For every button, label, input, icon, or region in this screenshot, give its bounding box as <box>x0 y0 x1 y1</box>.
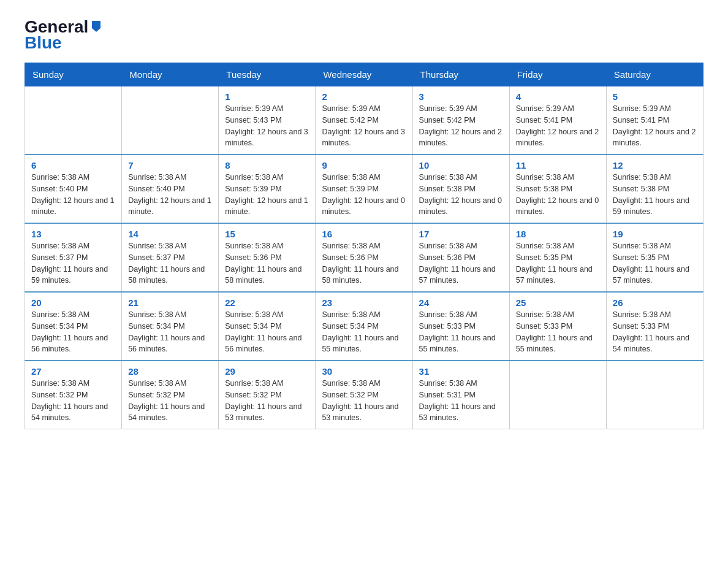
calendar-cell: 19Sunrise: 5:38 AM Sunset: 5:35 PM Dayli… <box>606 223 703 292</box>
calendar-week-row: 1Sunrise: 5:39 AM Sunset: 5:43 PM Daylig… <box>25 86 703 155</box>
calendar-cell: 14Sunrise: 5:38 AM Sunset: 5:37 PM Dayli… <box>122 223 219 292</box>
calendar-cell: 1Sunrise: 5:39 AM Sunset: 5:43 PM Daylig… <box>219 86 316 155</box>
day-number: 28 <box>128 366 212 377</box>
day-info: Sunrise: 5:39 AM Sunset: 5:43 PM Dayligh… <box>225 103 309 149</box>
calendar-week-row: 13Sunrise: 5:38 AM Sunset: 5:37 PM Dayli… <box>25 223 703 292</box>
day-number: 23 <box>322 297 406 308</box>
day-number: 8 <box>225 160 309 170</box>
day-info: Sunrise: 5:38 AM Sunset: 5:35 PM Dayligh… <box>613 240 697 286</box>
weekday-header-friday: Friday <box>509 63 606 86</box>
day-info: Sunrise: 5:39 AM Sunset: 5:41 PM Dayligh… <box>613 103 697 149</box>
day-info: Sunrise: 5:38 AM Sunset: 5:36 PM Dayligh… <box>225 240 309 286</box>
calendar-cell: 12Sunrise: 5:38 AM Sunset: 5:38 PM Dayli… <box>606 155 703 223</box>
calendar-cell: 26Sunrise: 5:38 AM Sunset: 5:33 PM Dayli… <box>606 292 703 361</box>
calendar-cell <box>509 361 606 429</box>
logo: General Blue <box>25 18 103 53</box>
day-number: 9 <box>322 160 406 170</box>
day-number: 15 <box>225 229 309 239</box>
calendar-cell: 2Sunrise: 5:39 AM Sunset: 5:42 PM Daylig… <box>316 86 412 155</box>
calendar-cell: 9Sunrise: 5:38 AM Sunset: 5:39 PM Daylig… <box>316 155 412 223</box>
day-number: 31 <box>419 366 503 377</box>
day-info: Sunrise: 5:39 AM Sunset: 5:42 PM Dayligh… <box>322 103 406 149</box>
day-number: 21 <box>128 297 212 308</box>
calendar-cell <box>25 86 122 155</box>
day-number: 29 <box>225 366 309 377</box>
calendar-table: SundayMondayTuesdayWednesdayThursdayFrid… <box>25 63 703 429</box>
weekday-header-tuesday: Tuesday <box>219 63 316 86</box>
calendar-cell: 21Sunrise: 5:38 AM Sunset: 5:34 PM Dayli… <box>122 292 219 361</box>
calendar-cell: 5Sunrise: 5:39 AM Sunset: 5:41 PM Daylig… <box>606 86 703 155</box>
calendar-cell: 29Sunrise: 5:38 AM Sunset: 5:32 PM Dayli… <box>219 361 316 429</box>
day-info: Sunrise: 5:38 AM Sunset: 5:40 PM Dayligh… <box>31 172 115 218</box>
day-info: Sunrise: 5:39 AM Sunset: 5:41 PM Dayligh… <box>516 103 600 149</box>
day-info: Sunrise: 5:38 AM Sunset: 5:33 PM Dayligh… <box>516 309 600 355</box>
logo-arrow-icon <box>89 20 103 33</box>
calendar-cell: 27Sunrise: 5:38 AM Sunset: 5:32 PM Dayli… <box>25 361 122 429</box>
calendar-cell: 25Sunrise: 5:38 AM Sunset: 5:33 PM Dayli… <box>509 292 606 361</box>
day-number: 6 <box>31 160 115 170</box>
calendar-week-row: 6Sunrise: 5:38 AM Sunset: 5:40 PM Daylig… <box>25 155 703 223</box>
weekday-header-row: SundayMondayTuesdayWednesdayThursdayFrid… <box>25 63 703 86</box>
day-info: Sunrise: 5:38 AM Sunset: 5:38 PM Dayligh… <box>419 172 503 218</box>
day-info: Sunrise: 5:38 AM Sunset: 5:34 PM Dayligh… <box>128 309 212 355</box>
day-info: Sunrise: 5:38 AM Sunset: 5:40 PM Dayligh… <box>128 172 212 218</box>
day-info: Sunrise: 5:38 AM Sunset: 5:36 PM Dayligh… <box>322 240 406 286</box>
day-number: 18 <box>516 229 600 239</box>
calendar-cell: 24Sunrise: 5:38 AM Sunset: 5:33 PM Dayli… <box>412 292 509 361</box>
calendar-cell: 3Sunrise: 5:39 AM Sunset: 5:42 PM Daylig… <box>412 86 509 155</box>
day-number: 27 <box>31 366 115 377</box>
day-info: Sunrise: 5:38 AM Sunset: 5:35 PM Dayligh… <box>516 240 600 286</box>
day-number: 5 <box>613 91 697 102</box>
day-number: 10 <box>419 160 503 170</box>
day-number: 16 <box>322 229 406 239</box>
day-number: 26 <box>613 297 697 308</box>
calendar-cell: 10Sunrise: 5:38 AM Sunset: 5:38 PM Dayli… <box>412 155 509 223</box>
day-number: 24 <box>419 297 503 308</box>
day-info: Sunrise: 5:38 AM Sunset: 5:34 PM Dayligh… <box>322 309 406 355</box>
day-number: 25 <box>516 297 600 308</box>
day-info: Sunrise: 5:38 AM Sunset: 5:37 PM Dayligh… <box>31 240 115 286</box>
day-number: 30 <box>322 366 406 377</box>
calendar-cell: 16Sunrise: 5:38 AM Sunset: 5:36 PM Dayli… <box>316 223 412 292</box>
day-number: 19 <box>613 229 697 239</box>
day-info: Sunrise: 5:38 AM Sunset: 5:31 PM Dayligh… <box>419 378 503 424</box>
calendar-cell: 7Sunrise: 5:38 AM Sunset: 5:40 PM Daylig… <box>122 155 219 223</box>
weekday-header-wednesday: Wednesday <box>316 63 412 86</box>
day-info: Sunrise: 5:38 AM Sunset: 5:38 PM Dayligh… <box>613 172 697 218</box>
day-info: Sunrise: 5:38 AM Sunset: 5:32 PM Dayligh… <box>31 378 115 424</box>
weekday-header-thursday: Thursday <box>412 63 509 86</box>
day-info: Sunrise: 5:38 AM Sunset: 5:33 PM Dayligh… <box>419 309 503 355</box>
day-info: Sunrise: 5:38 AM Sunset: 5:32 PM Dayligh… <box>225 378 309 424</box>
day-info: Sunrise: 5:38 AM Sunset: 5:33 PM Dayligh… <box>613 309 697 355</box>
calendar-cell: 30Sunrise: 5:38 AM Sunset: 5:32 PM Dayli… <box>316 361 412 429</box>
day-info: Sunrise: 5:39 AM Sunset: 5:42 PM Dayligh… <box>419 103 503 149</box>
day-number: 20 <box>31 297 115 308</box>
day-number: 4 <box>516 91 600 102</box>
calendar-cell: 6Sunrise: 5:38 AM Sunset: 5:40 PM Daylig… <box>25 155 122 223</box>
calendar-week-row: 27Sunrise: 5:38 AM Sunset: 5:32 PM Dayli… <box>25 361 703 429</box>
header: General Blue <box>25 18 703 53</box>
calendar-cell: 17Sunrise: 5:38 AM Sunset: 5:36 PM Dayli… <box>412 223 509 292</box>
calendar-cell: 23Sunrise: 5:38 AM Sunset: 5:34 PM Dayli… <box>316 292 412 361</box>
calendar-cell: 8Sunrise: 5:38 AM Sunset: 5:39 PM Daylig… <box>219 155 316 223</box>
day-info: Sunrise: 5:38 AM Sunset: 5:32 PM Dayligh… <box>128 378 212 424</box>
day-number: 14 <box>128 229 212 239</box>
day-info: Sunrise: 5:38 AM Sunset: 5:36 PM Dayligh… <box>419 240 503 286</box>
calendar-cell: 31Sunrise: 5:38 AM Sunset: 5:31 PM Dayli… <box>412 361 509 429</box>
day-number: 22 <box>225 297 309 308</box>
day-number: 1 <box>225 91 309 102</box>
weekday-header-saturday: Saturday <box>606 63 703 86</box>
calendar-cell: 18Sunrise: 5:38 AM Sunset: 5:35 PM Dayli… <box>509 223 606 292</box>
day-number: 11 <box>516 160 600 170</box>
calendar-cell: 11Sunrise: 5:38 AM Sunset: 5:38 PM Dayli… <box>509 155 606 223</box>
calendar-cell <box>122 86 219 155</box>
day-number: 12 <box>613 160 697 170</box>
day-number: 7 <box>128 160 212 170</box>
day-number: 17 <box>419 229 503 239</box>
weekday-header-sunday: Sunday <box>25 63 122 86</box>
calendar-cell: 22Sunrise: 5:38 AM Sunset: 5:34 PM Dayli… <box>219 292 316 361</box>
weekday-header-monday: Monday <box>122 63 219 86</box>
calendar-cell <box>606 361 703 429</box>
day-info: Sunrise: 5:38 AM Sunset: 5:32 PM Dayligh… <box>322 378 406 424</box>
day-info: Sunrise: 5:38 AM Sunset: 5:37 PM Dayligh… <box>128 240 212 286</box>
